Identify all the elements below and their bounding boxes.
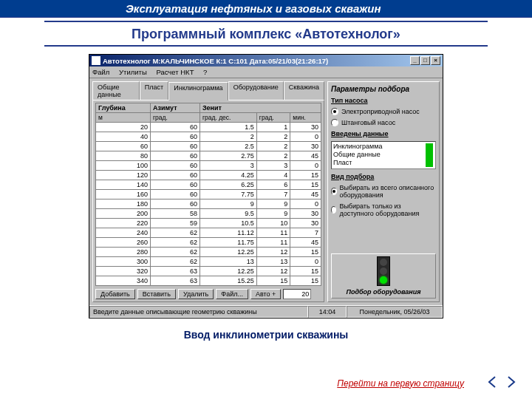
table-row[interactable]: 2205910.51030 bbox=[96, 219, 321, 228]
table-cell[interactable]: 100 bbox=[96, 161, 151, 171]
table-row[interactable]: 10060330 bbox=[96, 161, 321, 171]
table-cell[interactable]: 30 bbox=[290, 123, 321, 132]
table-cell[interactable]: 280 bbox=[96, 248, 151, 257]
table-cell[interactable]: 9 bbox=[256, 209, 290, 219]
minimize-button[interactable]: _ bbox=[410, 56, 420, 65]
table-cell[interactable]: 15 bbox=[290, 267, 321, 276]
col-azimuth[interactable]: Азимут bbox=[151, 103, 200, 113]
table-row[interactable]: 120604.25415 bbox=[96, 171, 321, 180]
list-item[interactable]: Общие данные bbox=[333, 151, 425, 159]
table-cell[interactable]: 62 bbox=[151, 257, 200, 267]
table-cell[interactable]: 140 bbox=[96, 180, 151, 190]
table-cell[interactable]: 60 bbox=[96, 142, 151, 151]
table-cell[interactable]: 10.5 bbox=[200, 219, 256, 228]
table-cell[interactable]: 15 bbox=[290, 171, 321, 180]
tab-equipment[interactable]: Оборудование bbox=[228, 81, 284, 100]
add-button[interactable]: Добавить bbox=[95, 289, 135, 299]
table-cell[interactable]: 15 bbox=[290, 276, 321, 286]
table-cell[interactable]: 15 bbox=[290, 180, 321, 190]
table-cell[interactable]: 4.25 bbox=[200, 171, 256, 180]
table-cell[interactable]: 62 bbox=[151, 248, 200, 257]
table-cell[interactable]: 12.25 bbox=[200, 248, 256, 257]
col-depth[interactable]: Глубина bbox=[96, 103, 151, 113]
step-input[interactable] bbox=[283, 289, 311, 299]
table-cell[interactable]: 200 bbox=[96, 209, 151, 219]
table-cell[interactable]: 220 bbox=[96, 219, 151, 228]
table-cell[interactable]: 320 bbox=[96, 267, 151, 276]
table-cell[interactable]: 2.5 bbox=[200, 142, 256, 151]
table-cell[interactable]: 6.25 bbox=[200, 180, 256, 190]
table-cell[interactable]: 63 bbox=[151, 276, 200, 286]
table-row[interactable]: 3006213130 bbox=[96, 257, 321, 267]
window-titlebar[interactable]: Автотехнолог М:КАЛЬЧИНСКОЕ К:1 С:101 Дат… bbox=[89, 55, 443, 66]
table-cell[interactable]: 3 bbox=[256, 161, 290, 171]
delete-button[interactable]: Удалить bbox=[178, 289, 214, 299]
mode-option-available[interactable]: Выбирать только из доступного оборудован… bbox=[331, 202, 436, 217]
table-cell[interactable]: 58 bbox=[151, 209, 200, 219]
table-row[interactable]: 18060990 bbox=[96, 200, 321, 209]
table-row[interactable]: 20601.5130 bbox=[96, 123, 321, 132]
table-cell[interactable]: 10 bbox=[256, 219, 290, 228]
table-cell[interactable]: 62 bbox=[151, 238, 200, 248]
table-cell[interactable]: 9.5 bbox=[200, 209, 256, 219]
table-cell[interactable]: 15.25 bbox=[200, 276, 256, 286]
table-cell[interactable]: 45 bbox=[290, 238, 321, 248]
table-cell[interactable]: 7 bbox=[256, 190, 290, 200]
table-cell[interactable]: 12 bbox=[256, 248, 290, 257]
table-cell[interactable]: 11.75 bbox=[200, 238, 256, 248]
table-cell[interactable]: 260 bbox=[96, 238, 151, 248]
table-cell[interactable]: 40 bbox=[96, 132, 151, 142]
first-page-link[interactable]: Перейти на первую страницу bbox=[337, 378, 464, 389]
tab-well[interactable]: Скважина bbox=[284, 81, 324, 100]
table-row[interactable]: 2406211.12117 bbox=[96, 228, 321, 238]
menu-help[interactable]: ? bbox=[203, 68, 207, 76]
table-cell[interactable]: 2 bbox=[256, 142, 290, 151]
table-cell[interactable]: 240 bbox=[96, 228, 151, 238]
table-cell[interactable]: 180 bbox=[96, 200, 151, 209]
table-cell[interactable]: 11 bbox=[256, 228, 290, 238]
table-cell[interactable]: 300 bbox=[96, 257, 151, 267]
table-cell[interactable]: 2 bbox=[256, 132, 290, 142]
table-cell[interactable]: 2 bbox=[200, 132, 256, 142]
inclinometry-table[interactable]: Глубина Азимут Зенит м град. град. дес. … bbox=[95, 103, 321, 286]
table-row[interactable]: 4060220 bbox=[96, 132, 321, 142]
table-cell[interactable]: 1.5 bbox=[200, 123, 256, 132]
table-row[interactable]: 140606.25615 bbox=[96, 180, 321, 190]
table-cell[interactable]: 60 bbox=[151, 161, 200, 171]
table-cell[interactable]: 12.25 bbox=[200, 267, 256, 276]
table-cell[interactable]: 15 bbox=[290, 248, 321, 257]
table-cell[interactable]: 20 bbox=[96, 123, 151, 132]
entered-data-list[interactable]: Инклинограмма Общие данные Пласт bbox=[331, 141, 436, 169]
menu-utilities[interactable]: Утилиты bbox=[119, 68, 147, 76]
table-cell[interactable]: 120 bbox=[96, 171, 151, 180]
table-row[interactable]: 80602.75245 bbox=[96, 151, 321, 161]
table-cell[interactable]: 63 bbox=[151, 267, 200, 276]
next-arrow-icon[interactable] bbox=[502, 375, 517, 392]
action-box[interactable]: Подбор оборудования bbox=[331, 253, 436, 299]
table-cell[interactable]: 160 bbox=[96, 190, 151, 200]
table-cell[interactable]: 60 bbox=[151, 142, 200, 151]
list-item[interactable]: Инклинограмма bbox=[333, 143, 425, 151]
table-cell[interactable]: 60 bbox=[151, 200, 200, 209]
table-cell[interactable]: 59 bbox=[151, 219, 200, 228]
table-cell[interactable]: 0 bbox=[290, 200, 321, 209]
table-cell[interactable]: 80 bbox=[96, 151, 151, 161]
table-cell[interactable]: 340 bbox=[96, 276, 151, 286]
table-row[interactable]: 60602.5230 bbox=[96, 142, 321, 151]
table-cell[interactable]: 1 bbox=[256, 123, 290, 132]
table-row[interactable]: 160607.75745 bbox=[96, 190, 321, 200]
auto-button[interactable]: Авто + bbox=[250, 289, 281, 299]
tab-layer[interactable]: Пласт bbox=[140, 81, 168, 100]
table-cell[interactable]: 45 bbox=[290, 190, 321, 200]
table-cell[interactable]: 0 bbox=[290, 132, 321, 142]
table-cell[interactable]: 7.75 bbox=[200, 190, 256, 200]
table-cell[interactable]: 30 bbox=[290, 142, 321, 151]
menu-calc[interactable]: Расчет НКТ bbox=[156, 68, 194, 76]
table-cell[interactable]: 60 bbox=[151, 171, 200, 180]
table-cell[interactable]: 60 bbox=[151, 132, 200, 142]
close-button[interactable]: × bbox=[431, 56, 440, 65]
insert-button[interactable]: Вставить bbox=[137, 289, 176, 299]
table-cell[interactable]: 45 bbox=[290, 151, 321, 161]
pump-option-rod[interactable]: Штанговый насос bbox=[331, 119, 436, 126]
file-button[interactable]: Файл... bbox=[216, 289, 248, 299]
